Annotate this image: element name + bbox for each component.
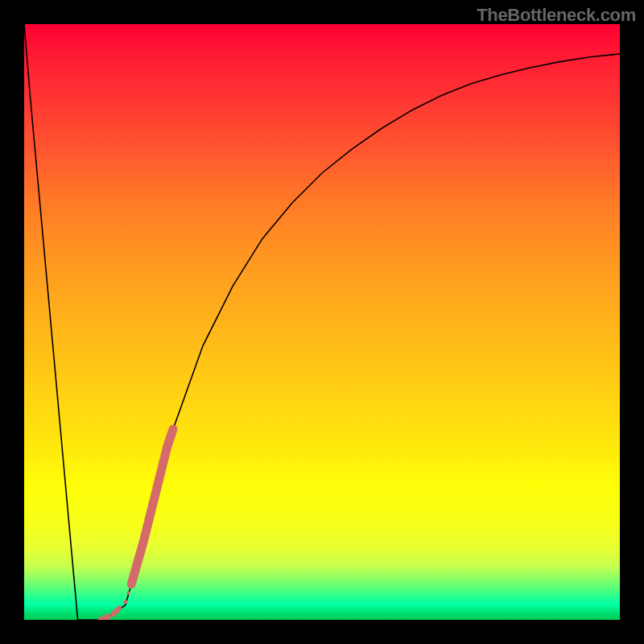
plot-area [24,24,620,620]
highlight-dot [123,600,127,604]
chart-frame: TheBottleneck.com [0,0,644,644]
highlight-dot [105,613,111,620]
watermark-text: TheBottleneck.com [477,5,636,26]
highlight-dot [98,617,105,621]
bottleneck-curve [24,24,620,620]
highlight-segment [98,429,173,620]
highlight-stroke [131,429,173,584]
highlight-dot [126,592,130,595]
highlight-dot [118,605,122,610]
chart-svg [24,24,620,620]
